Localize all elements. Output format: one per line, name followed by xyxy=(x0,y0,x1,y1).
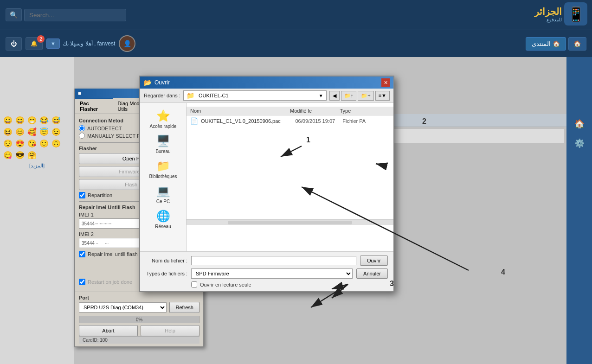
abort-label: Abort xyxy=(102,328,114,333)
filetype-select[interactable]: SPD Firmware xyxy=(191,268,353,279)
folder-icon: 📁 xyxy=(187,92,194,99)
search-input[interactable] xyxy=(24,9,126,21)
window-footer: Port SPRD U2S Diag (COM34) Refresh 0% xyxy=(75,292,203,346)
restart-checkbox[interactable] xyxy=(79,279,85,285)
header: 🔍 الجزائر للمدفوع 📱 ⏻ 🔔 2 ▼ أهلا وسهلا ب… xyxy=(0,0,592,57)
nav-up-button[interactable]: 📁↑ xyxy=(341,91,357,101)
emoji-8[interactable]: 🥰 xyxy=(26,127,38,137)
emoji-section: 😀 😄 😁 😂 😅 😆 😊 🥰 😇 😉 😌 😍 😘 🙂 🙃 😋 😎 🤗 xyxy=(2,115,71,169)
bureau-label: Bureau xyxy=(155,149,170,154)
repair-imei-checkbox[interactable] xyxy=(79,251,85,257)
location-label: Regarder dans : xyxy=(144,93,180,98)
right-panel-icon-2[interactable]: ⚙️ xyxy=(566,134,592,153)
help-label: Help xyxy=(165,328,175,333)
user-dropdown[interactable]: ▼ xyxy=(46,38,60,49)
annuler-label: Annuler xyxy=(363,271,381,276)
readonly-checkbox[interactable] xyxy=(191,281,197,287)
filename-input[interactable] xyxy=(191,256,356,265)
emoji-16[interactable]: 😋 xyxy=(2,150,13,160)
emoji-12[interactable]: 😍 xyxy=(14,138,26,149)
acces-rapide-label: Accès rapide xyxy=(150,124,177,129)
emoji-3[interactable]: 😁 xyxy=(26,115,38,126)
emoji-15[interactable]: 🙃 xyxy=(51,138,62,149)
repartition-checkbox[interactable] xyxy=(79,192,85,198)
logo-text: الجزائر xyxy=(534,6,562,17)
sidebar-reseau[interactable]: 🌐 Réseau xyxy=(142,207,184,232)
center-panel: ◄ Nck-Do... ■ _ □ Pac Flasher Diag Mode … xyxy=(74,57,566,364)
radio-autodetect-input[interactable] xyxy=(79,125,85,131)
refresh-label: Refresh xyxy=(175,305,193,310)
ouvrir-label: Ouvrir xyxy=(367,258,381,263)
tab-pac-flasher[interactable]: Pac Flasher xyxy=(75,98,113,114)
ce-pc-label: Ce PC xyxy=(156,199,170,204)
emoji-6[interactable]: 😆 xyxy=(2,127,13,137)
dialog-body: ⭐ Accès rapide 🖥️ Bureau 📁 Bibliothèques… xyxy=(140,103,393,251)
emoji-7[interactable]: 😊 xyxy=(14,127,26,137)
search-button[interactable]: 🔍 xyxy=(6,8,22,21)
emoji-13[interactable]: 😘 xyxy=(26,138,38,149)
sidebar-bibliotheques[interactable]: 📁 Bibliothèques xyxy=(142,157,184,182)
sidebar-acces-rapide[interactable]: ⭐ Accès rapide xyxy=(142,107,184,132)
bureau-icon: 🖥️ xyxy=(156,134,170,147)
annuler-button[interactable]: Annuler xyxy=(356,268,388,279)
emoji-17[interactable]: 😎 xyxy=(14,150,26,160)
port-select[interactable]: SPRD U2S Diag (COM34) xyxy=(79,302,167,313)
radio-manual-input[interactable] xyxy=(79,133,85,139)
annotation-4: 4 xyxy=(501,268,505,276)
tab-diag-mode-label: Diag Mode Utils xyxy=(118,101,142,112)
logo-sub: للمدفوع xyxy=(534,17,562,22)
nav-new-folder-button[interactable]: 📁+ xyxy=(358,91,373,101)
nav-view-button[interactable]: ≡▼ xyxy=(375,91,390,101)
dialog-close-button[interactable]: ✕ xyxy=(381,78,390,87)
file-icon-0: 📄 xyxy=(190,117,198,125)
emoji-18[interactable]: 🤗 xyxy=(26,150,38,160)
port-row: SPRD U2S Diag (COM34) Refresh xyxy=(79,302,199,313)
bell-button[interactable]: 🔔 2 xyxy=(26,37,43,50)
nav-back-button[interactable]: ◀ xyxy=(329,91,340,101)
emoji-14[interactable]: 🙂 xyxy=(39,138,50,149)
dialog-sidebar: ⭐ Accès rapide 🖥️ Bureau 📁 Bibliothèques… xyxy=(140,103,187,251)
filetype-row: Types de fichiers : SPD Firmware Annuler xyxy=(146,268,388,279)
emoji-10[interactable]: 😉 xyxy=(51,127,62,137)
right-panel-icon-1[interactable]: 🏠 xyxy=(566,114,592,134)
acces-rapide-icon: ⭐ xyxy=(156,109,170,122)
power-button[interactable]: ⏻ xyxy=(6,37,22,51)
ouvrir-button[interactable]: Ouvrir xyxy=(360,255,388,266)
action-buttons: Abort Help xyxy=(79,325,199,336)
more-link[interactable]: [المزيد] xyxy=(2,163,71,169)
forum-button[interactable]: المنتدى 🏠 xyxy=(526,37,566,51)
progress-bar: 0% xyxy=(79,316,199,323)
emoji-grid: 😀 😄 😁 😂 😅 😆 😊 🥰 😇 😉 😌 😍 😘 🙂 🙃 😋 😎 🤗 xyxy=(2,115,71,160)
user-greeting: أهلا وسهلا بك , farwest xyxy=(63,40,115,47)
emoji-4[interactable]: 😂 xyxy=(39,115,50,126)
col-name: Nom xyxy=(190,108,290,114)
location-input[interactable]: 📁 OUKITEL-C1 ▼ xyxy=(183,90,327,101)
dialog-file-area: Nom Modifié le Type 📄 OUKITEL_C1_V1.0_20… xyxy=(187,103,393,251)
status-bar: CardID: 100 xyxy=(79,336,199,344)
dialog-toolbar: Regarder dans : 📁 OUKITEL-C1 ▼ ◀ 📁↑ 📁+ ≡… xyxy=(140,89,393,103)
user-avatar[interactable]: 👤 xyxy=(119,35,135,52)
sidebar-bureau[interactable]: 🖥️ Bureau xyxy=(142,132,184,157)
emoji-5[interactable]: 😅 xyxy=(51,115,62,126)
file-list-header: Nom Modifié le Type xyxy=(187,107,393,115)
bibliotheques-icon: 📁 xyxy=(156,160,170,172)
filetype-label: Types de fichiers : xyxy=(146,271,187,276)
readonly-label: Ouvrir en lecture seule xyxy=(200,282,251,287)
home-icon-btn[interactable]: 🏠 xyxy=(568,37,586,51)
emoji-2[interactable]: 😄 xyxy=(14,115,26,126)
bibliotheques-label: Bibliothèques xyxy=(149,174,177,179)
emoji-9[interactable]: 😇 xyxy=(39,127,50,137)
emoji-11[interactable]: 😌 xyxy=(2,138,13,149)
col-modified: Modifié le xyxy=(290,108,340,114)
progress-text: 0% xyxy=(136,317,142,322)
repartition-label-text: Repartition xyxy=(88,192,112,198)
file-item-0[interactable]: 📄 OUKITEL_C1_V1.0_20150906.pac 06/09/201… xyxy=(187,115,393,127)
port-label: Port xyxy=(79,295,199,300)
abort-button[interactable]: Abort xyxy=(79,325,138,336)
logo-area: الجزائر للمدفوع 📱 xyxy=(534,2,587,26)
emoji-1[interactable]: 😀 xyxy=(2,115,13,126)
help-button[interactable]: Help xyxy=(141,325,199,336)
sidebar-ce-pc[interactable]: 💻 Ce PC xyxy=(142,182,184,207)
horizontal-scrollbar[interactable] xyxy=(187,219,393,225)
refresh-button[interactable]: Refresh xyxy=(169,302,199,313)
